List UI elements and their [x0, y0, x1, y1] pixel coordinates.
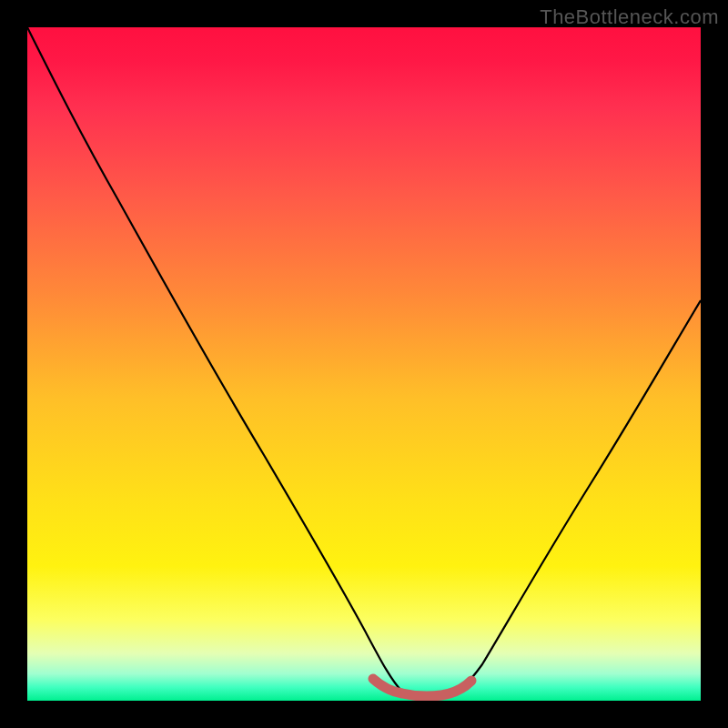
plot-area [27, 27, 701, 701]
chart-frame: TheBottleneck.com [0, 0, 728, 728]
sweet-spot-band [373, 679, 471, 696]
curve-layer [27, 27, 701, 701]
watermark-text: TheBottleneck.com [540, 5, 719, 29]
bottleneck-curve [27, 27, 701, 697]
